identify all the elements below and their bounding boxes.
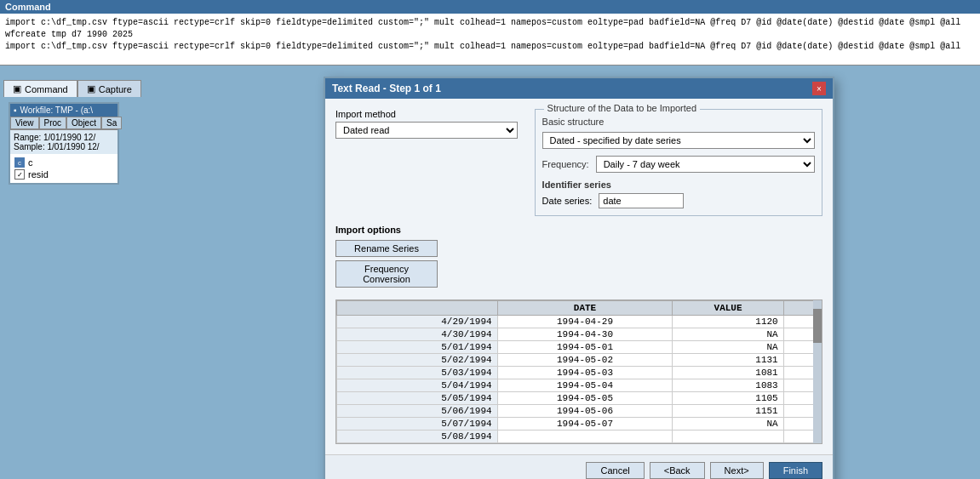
cell-date xyxy=(497,431,673,443)
dialog-body: Import method Dated read Structure of th… xyxy=(325,99,833,454)
cell-date: 1994-05-03 xyxy=(497,367,673,379)
identifier-section: Identifier series Date series: xyxy=(542,180,815,208)
table-row: 5/08/1994 xyxy=(337,431,822,443)
cell-value: NA xyxy=(673,418,783,431)
tabs-bar: ▣ Command ▣ Capture xyxy=(0,77,145,97)
cell-value: 1081 xyxy=(673,367,783,379)
basic-structure-select[interactable]: Dated - specified by date series xyxy=(542,132,815,149)
sample-text: Sample: 1/01/1990 12/ xyxy=(14,142,114,151)
list-item: ✓ resid xyxy=(13,168,115,180)
workfile-items-list: c c ✓ resid xyxy=(10,154,117,183)
dialog-footer: Cancel <Back Next> Finish xyxy=(325,454,833,479)
workfile-range: Range: 1/01/1990 12/ Sample: 1/01/1990 1… xyxy=(10,130,117,154)
date-series-label: Date series: xyxy=(542,196,593,206)
frequency-conversion-button[interactable]: Frequency Conversion xyxy=(335,260,438,288)
list-item: c c xyxy=(13,157,115,168)
workfile-panel: ▪ Workfile: TMP - (a:\ View Proc Object … xyxy=(9,102,119,185)
frequency-label: Frequency: xyxy=(542,159,589,169)
cell-index: 5/02/1994 xyxy=(337,354,498,367)
col-header-value: VALUE xyxy=(673,301,783,316)
cell-value: 1131 xyxy=(673,354,783,367)
frequency-row: Frequency: Daily - 7 day week xyxy=(542,156,815,173)
cell-index: 5/05/1994 xyxy=(337,392,498,405)
cell-date: 1994-05-01 xyxy=(497,341,673,354)
cell-date: 1994-05-02 xyxy=(497,354,673,367)
cell-date: 1994-05-07 xyxy=(497,418,673,431)
cell-index: 5/08/1994 xyxy=(337,431,498,443)
dialog-close-button[interactable]: × xyxy=(812,82,826,95)
workfile-object-button[interactable]: Object xyxy=(66,117,101,129)
col-header-date: DATE xyxy=(497,301,673,316)
cell-index: 4/29/1994 xyxy=(337,316,498,328)
data-table-container: DATE VALUE 4/29/1994 1994-04-29 1120 4/3… xyxy=(335,299,822,444)
scrollbar-thumb[interactable] xyxy=(813,309,822,343)
command-line-1: import c:\df_tmp.csv ftype=ascii rectype… xyxy=(5,17,975,29)
rename-series-button[interactable]: Rename Series xyxy=(335,240,438,257)
date-series-input[interactable] xyxy=(599,193,684,208)
cell-index: 5/06/1994 xyxy=(337,405,498,418)
cell-index: 5/07/1994 xyxy=(337,418,498,431)
workfile-titlebar: ▪ Workfile: TMP - (a:\ xyxy=(10,104,117,117)
scrollbar-track[interactable] xyxy=(813,300,822,443)
workfile-toolbar: View Proc Object Sa xyxy=(10,117,117,130)
cell-date: 1994-05-05 xyxy=(497,392,673,405)
cell-index: 5/04/1994 xyxy=(337,379,498,392)
dialog-titlebar: Text Read - Step 1 of 1 × xyxy=(325,78,833,99)
cell-value: 1120 xyxy=(673,316,783,328)
item-resid-checkbox[interactable]: ✓ xyxy=(14,169,25,180)
table-row: 5/01/1994 1994-05-01 NA xyxy=(337,341,822,354)
basic-structure-row: Basic structure xyxy=(542,117,815,127)
table-row: 5/07/1994 1994-05-07 NA xyxy=(337,418,822,431)
cell-value: 1105 xyxy=(673,392,783,405)
tab-command[interactable]: ▣ Command xyxy=(3,80,77,97)
import-options-row: Import options Rename Series Frequency C… xyxy=(335,225,822,291)
table-row: 4/29/1994 1994-04-29 1120 xyxy=(337,316,822,328)
terminal-icon: ▣ xyxy=(13,83,21,94)
cell-value: NA xyxy=(673,341,783,354)
capture-icon: ▣ xyxy=(87,83,95,94)
cell-value: NA xyxy=(673,328,783,341)
command-text-area[interactable]: import c:\df_tmp.csv ftype=ascii rectype… xyxy=(0,14,980,65)
tab-capture-label: Capture xyxy=(99,84,132,94)
structure-legend: Structure of the Data to be Imported xyxy=(544,103,700,113)
command-titlebar: Command xyxy=(0,0,980,14)
table-row: 5/03/1994 1994-05-03 1081 xyxy=(337,367,822,379)
table-row: 5/04/1994 1994-05-04 1083 xyxy=(337,379,822,392)
frequency-select[interactable]: Daily - 7 day week xyxy=(596,156,815,173)
command-line-3: import c:\df_tmp.csv ftype=ascii rectype… xyxy=(5,41,975,53)
workfile-icon: ▪ xyxy=(14,105,17,115)
command-panel: Command import c:\df_tmp.csv ftype=ascii… xyxy=(0,0,980,66)
cell-date: 1994-04-30 xyxy=(497,328,673,341)
finish-button[interactable]: Finish xyxy=(769,462,822,479)
table-row: 5/06/1994 1994-05-06 1151 xyxy=(337,405,822,418)
cell-index: 5/01/1994 xyxy=(337,341,498,354)
command-line-2: wfcreate tmp d7 1990 2025 xyxy=(5,29,975,41)
command-title: Command xyxy=(5,2,51,12)
tab-capture[interactable]: ▣ Capture xyxy=(77,80,141,97)
item-c-icon: c xyxy=(14,157,25,168)
back-button[interactable]: <Back xyxy=(650,462,705,479)
cell-index: 4/30/1994 xyxy=(337,328,498,341)
workfile-proc-button[interactable]: Proc xyxy=(39,117,67,129)
table-row: 5/05/1994 1994-05-05 1105 xyxy=(337,392,822,405)
cancel-button[interactable]: Cancel xyxy=(586,462,644,479)
cell-date: 1994-04-29 xyxy=(497,316,673,328)
identifier-label: Identifier series xyxy=(542,180,815,190)
cell-value xyxy=(673,431,783,443)
range-text: Range: 1/01/1990 12/ xyxy=(14,133,114,142)
workfile-title: Workfile: TMP - (a:\ xyxy=(20,105,94,115)
import-method-col: Import method Dated read xyxy=(335,109,518,216)
import-method-label: Import method xyxy=(335,109,518,119)
tab-command-label: Command xyxy=(25,84,68,94)
data-table: DATE VALUE 4/29/1994 1994-04-29 1120 4/3… xyxy=(336,300,822,443)
cell-value: 1083 xyxy=(673,379,783,392)
workfile-sa-button[interactable]: Sa xyxy=(101,117,122,129)
table-row: 4/30/1994 1994-04-30 NA xyxy=(337,328,822,341)
workfile-view-button[interactable]: View xyxy=(10,117,39,129)
table-row: 5/02/1994 1994-05-02 1131 xyxy=(337,354,822,367)
cell-value: 1151 xyxy=(673,405,783,418)
next-button[interactable]: Next> xyxy=(710,462,764,479)
import-method-select[interactable]: Dated read xyxy=(335,122,518,139)
structure-col: Structure of the Data to be Imported Bas… xyxy=(535,109,822,216)
item-resid-label: resid xyxy=(28,169,49,180)
